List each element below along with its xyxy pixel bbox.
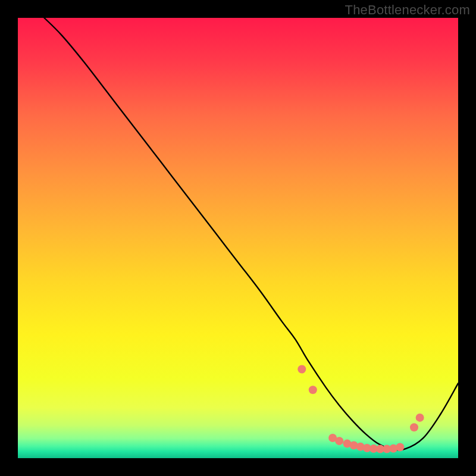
gradient-curve-chart xyxy=(18,18,458,458)
marker-dot xyxy=(309,386,317,394)
marker-dot xyxy=(298,365,306,374)
marker-dot xyxy=(335,437,343,445)
marker-dot xyxy=(410,423,418,431)
attribution-text: TheBottlenecker.com xyxy=(345,2,470,18)
chart-background xyxy=(18,18,458,458)
marker-dot xyxy=(396,443,404,452)
marker-dot xyxy=(416,414,424,422)
chart-frame xyxy=(18,18,458,458)
